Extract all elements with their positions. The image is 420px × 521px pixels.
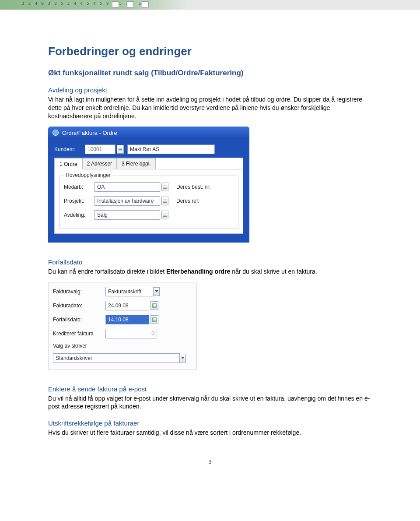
dropdown-icon[interactable] (180, 354, 186, 363)
page-number: 3 (48, 459, 372, 465)
prosjekt-label: Prosjekt: (64, 198, 94, 204)
lookup-icon[interactable] (161, 211, 168, 219)
section-forfall-title: Forfallsdato (48, 258, 372, 266)
fakturavalg-select[interactable] (105, 287, 154, 296)
medarb-label: Medarb: (64, 184, 94, 190)
lookup-icon[interactable] (117, 145, 124, 154)
screenshot-ordre-faktura: Ordre/Faktura - Ordre Kundenr: 1 Ordre 2… (48, 127, 249, 243)
window-titlebar: Ordre/Faktura - Ordre (48, 127, 249, 139)
kundenr-label: Kundenr: (54, 146, 85, 152)
lookup-icon[interactable] (161, 183, 168, 191)
section-epost-body: Du vil nå alltid få opp valget for e-pos… (48, 394, 372, 411)
section-utskrift-title: Utskriftsrekkefølge på fakturaer (48, 419, 372, 427)
top-banner: 3 2 4 0 3 8 5 2 4 4 5 4 5 8 8 5 1 3 1 5 (0, 0, 420, 10)
avdeling-label: Avdeling: (64, 212, 94, 218)
lookup-icon[interactable] (161, 197, 168, 205)
heading-main: Forbedringer og endringer (48, 45, 372, 58)
section-utskrift-body: Hvis du skriver ut flere fakturaer samti… (48, 429, 372, 437)
forfallsdato-label: Forfallsdato: (53, 317, 105, 323)
tabs: 1 Ordre 2 Adresser 3 Flere oppl. (55, 158, 243, 169)
calendar-icon[interactable] (150, 315, 158, 324)
tab-adresser[interactable]: 2 Adresser (82, 158, 117, 169)
fakturavalg-label: Fakturavalg: (53, 289, 105, 295)
forfall-body-pre: Du kan nå endre forfallsdato direkte i b… (48, 268, 166, 275)
skriver-select[interactable] (53, 353, 180, 363)
tab-ordre[interactable]: 1 Ordre (55, 158, 82, 169)
section-avdeling-title: Avdeling og prosjekt (48, 86, 372, 94)
banner-icon-2 (127, 1, 134, 7)
forfallsdato-input[interactable] (105, 315, 149, 324)
prosjekt-input[interactable] (94, 196, 160, 206)
kundenavn-input[interactable] (127, 144, 215, 154)
krediterer-label: Krediterer faktura (53, 331, 105, 337)
section-forfall-body: Du kan nå endre forfallsdato direkte i b… (48, 268, 372, 276)
deres-best-label: Deres best. nr: (176, 184, 211, 190)
inner-panel: 1 Ordre 2 Adresser 3 Flere oppl. Hovedop… (54, 158, 243, 234)
fakturadato-label: Fakturadato: (53, 303, 105, 309)
tab-flere-oppl[interactable]: 3 Flere oppl. (117, 158, 156, 169)
forfall-body-post: når du skal skrive ut en faktura. (230, 268, 317, 275)
valgskriver-label: Valg av skriver (53, 343, 105, 349)
dropdown-icon[interactable] (154, 287, 160, 296)
section-avdeling-body: Vi har nå lagt inn muligheten for å sett… (48, 95, 372, 120)
content: Forbedringer og endringer Økt funksjonal… (0, 10, 420, 482)
fakturadato-input[interactable] (105, 301, 149, 310)
window-title: Ordre/Faktura - Ordre (62, 130, 117, 136)
heading-sub: Økt funksjonalitet rundt salg (Tilbud/Or… (48, 69, 372, 77)
krediterer-input[interactable] (105, 329, 157, 338)
fieldset-hovedopplysninger: Hovedopplysninger Medarb: Deres best. nr… (59, 176, 238, 229)
forfall-body-bold: Etterbehandling ordre (166, 268, 230, 275)
avdeling-input[interactable] (94, 210, 160, 220)
blue-panel: Kundenr: 1 Ordre 2 Adresser 3 Flere oppl… (48, 139, 249, 243)
kundenr-input[interactable] (85, 144, 116, 154)
screenshot-faktura-settings: Fakturavalg: Fakturadato: Forfallsdato: … (48, 282, 197, 370)
medarb-input[interactable] (94, 182, 160, 192)
calendar-icon[interactable] (150, 301, 158, 310)
fieldset-legend: Hovedopplysninger (64, 172, 112, 178)
banner-icon-3 (142, 1, 149, 7)
section-epost-title: Enklere å sende faktura på e-post (48, 385, 372, 393)
banner-icon-1 (112, 1, 119, 7)
deres-ref-label: Deres ref: (176, 198, 200, 204)
globe-icon (52, 130, 59, 136)
banner-icons (112, 1, 149, 7)
